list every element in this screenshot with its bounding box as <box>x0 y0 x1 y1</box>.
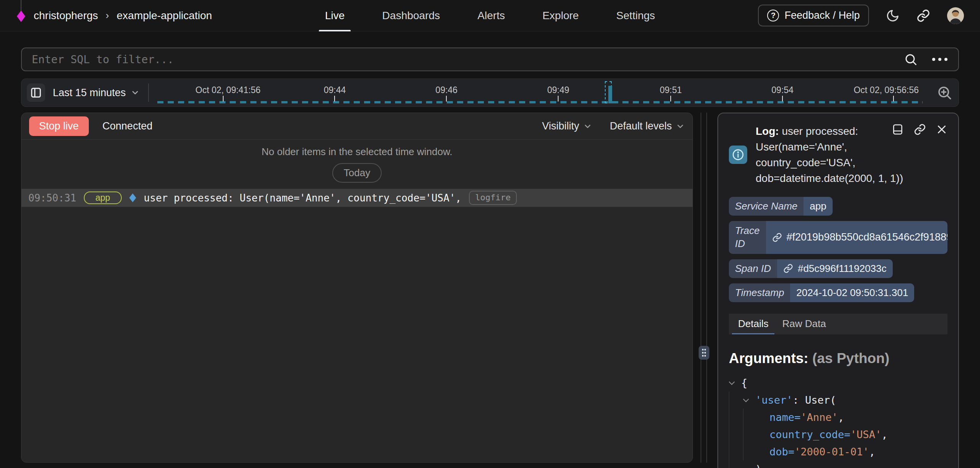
breadcrumb-project[interactable]: example-application <box>117 10 212 22</box>
logo-diamond-icon <box>17 11 25 22</box>
live-header-controls: Visibility Default levels <box>542 120 685 132</box>
chip-label: Service Name <box>729 197 804 216</box>
indent-guide <box>729 391 743 409</box>
timeline-tick-mark <box>782 96 783 101</box>
log-row[interactable]: 09:50:31 app user processed: User(name='… <box>21 189 693 207</box>
search-icon <box>904 52 918 66</box>
caret-spacer <box>757 443 769 460</box>
visibility-label: Visibility <box>542 120 579 132</box>
tab-dashboards[interactable]: Dashboards <box>382 0 440 31</box>
log-timestamp: 09:50:31 <box>28 192 76 204</box>
connection-status: Connected <box>103 120 153 132</box>
chip-label: Span ID <box>729 259 777 278</box>
sql-bar-icons <box>904 52 948 66</box>
split-panel-icon <box>892 123 904 136</box>
sidebar-toggle-button[interactable] <box>27 83 45 102</box>
timeline-divider <box>148 83 149 102</box>
details-header-icons <box>892 123 947 136</box>
timeline-tick-mark <box>446 96 447 101</box>
logfire-logo-icon[interactable] <box>16 0 26 31</box>
chip-trace-id: Trace ID#f2019b98b550cd8a61546c2f9188959… <box>729 221 947 254</box>
chip-value[interactable]: #f2019b98b550cd8a61546c2f9188959f <box>766 221 947 254</box>
time-range-dropdown[interactable]: Last 15 minutes <box>53 87 140 99</box>
live-view-panel: Stop live Connected Visibility Default l… <box>21 113 693 463</box>
share-link-button[interactable] <box>916 9 930 23</box>
indent-guide <box>729 443 743 460</box>
collapse-caret-icon[interactable] <box>729 374 741 391</box>
timeline-tick-label: 09:44 <box>324 85 346 95</box>
tab-live[interactable]: Live <box>325 0 345 31</box>
today-button[interactable]: Today <box>332 163 382 183</box>
feedback-help-button[interactable]: ? Feedback / Help <box>758 5 869 26</box>
moon-icon <box>886 9 900 23</box>
details-tab-raw-data[interactable]: Raw Data <box>780 314 828 334</box>
logo-stem <box>21 0 21 11</box>
timeline-tick-label: 09:51 <box>660 85 682 95</box>
indent-guide <box>729 460 743 468</box>
timeline-baseline <box>157 101 923 103</box>
info-icon <box>732 148 745 161</box>
link-icon <box>783 263 793 273</box>
top-nav: christophergs › example-application Live… <box>0 0 980 31</box>
details-tab-details[interactable]: Details <box>736 314 771 334</box>
chip-label: Timestamp <box>729 283 790 302</box>
search-button[interactable] <box>904 52 918 66</box>
metadata-chips: Service NameappTrace ID#f2019b98b550cd8a… <box>729 197 947 302</box>
info-level-icon <box>129 193 136 202</box>
zoom-in-button[interactable] <box>936 85 952 101</box>
code-tokens: dob='2000-01-01', <box>769 443 875 460</box>
timeline-histogram-bar <box>608 86 612 103</box>
chevron-down-icon <box>676 122 685 131</box>
zoom-in-icon <box>936 85 952 101</box>
user-avatar[interactable] <box>947 7 964 24</box>
sql-filter-input[interactable] <box>32 53 904 66</box>
chip-value: 2024-10-02 09:50:31.301 <box>790 283 914 302</box>
theme-toggle-button[interactable] <box>886 9 900 23</box>
close-details-button[interactable] <box>936 123 947 136</box>
code-tokens: ), <box>755 460 768 468</box>
arguments-heading-suffix: (as Python) <box>808 350 890 366</box>
link-icon <box>916 9 930 23</box>
tab-alerts[interactable]: Alerts <box>477 0 505 31</box>
collapse-caret-icon[interactable] <box>743 391 755 409</box>
time-range-label: Last 15 minutes <box>53 87 126 99</box>
split-view-button[interactable] <box>892 123 904 136</box>
indent-guide <box>743 409 757 426</box>
default-levels-dropdown[interactable]: Default levels <box>610 120 685 132</box>
grip-dots-icon <box>701 348 707 357</box>
app-screen: christophergs › example-application Live… <box>0 0 980 468</box>
chip-value[interactable]: #d5c996f11192033c <box>777 259 893 278</box>
tab-explore[interactable]: Explore <box>542 0 579 31</box>
timeline-tick-label: 09:46 <box>436 85 458 95</box>
caret-spacer <box>757 426 769 443</box>
timeline-tick-label: 09:54 <box>771 85 794 95</box>
code-tokens: country_code='USA', <box>769 426 888 443</box>
chip-value: app <box>804 197 832 216</box>
service-badge[interactable]: app <box>84 191 121 204</box>
indent-guide <box>729 409 743 426</box>
tab-settings[interactable]: Settings <box>616 0 655 31</box>
code-line: country_code='USA', <box>729 426 947 443</box>
logfire-tag[interactable]: logfire <box>469 191 517 205</box>
empty-message-zone: No older items in the selected time wind… <box>21 140 693 183</box>
stop-live-button[interactable]: Stop live <box>29 116 89 136</box>
caret-spacer <box>757 409 769 426</box>
visibility-dropdown[interactable]: Visibility <box>542 120 592 132</box>
link-icon <box>772 232 782 242</box>
nav-tabs: LiveDashboardsAlertsExploreSettings <box>325 0 655 31</box>
code-tokens: 'user': User( <box>755 391 836 409</box>
more-options-button[interactable] <box>931 57 948 62</box>
code-tokens: name='Anne', <box>769 409 844 426</box>
code-tokens: { <box>741 374 747 391</box>
details-tabs: DetailsRaw Data <box>729 314 947 334</box>
panel-resize-handle[interactable] <box>699 346 709 360</box>
info-level-badge <box>729 146 747 164</box>
chevron-down-icon <box>131 88 140 97</box>
ellipsis-icon <box>931 57 948 62</box>
chip-label: Trace ID <box>729 221 766 254</box>
copy-link-button[interactable] <box>914 123 926 136</box>
breadcrumb-org[interactable]: christophergs <box>34 10 98 22</box>
timeline-chart[interactable]: Oct 02, 09:41:56 Oct 02, 09:56:56 09:440… <box>157 79 923 106</box>
live-view-header: Stop live Connected Visibility Default l… <box>21 113 693 140</box>
panel-gutter-line <box>701 113 701 463</box>
